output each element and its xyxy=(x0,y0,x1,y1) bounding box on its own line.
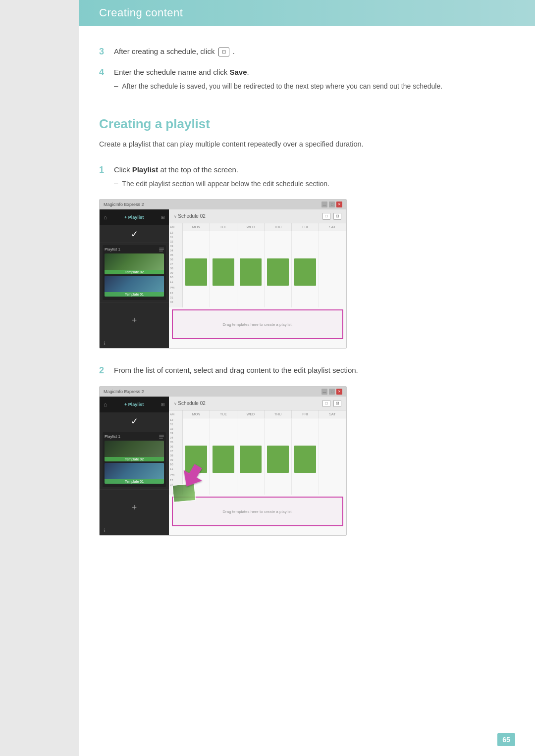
home-icon-1[interactable]: ⌂ xyxy=(104,214,107,221)
plus-icon-1: + xyxy=(132,315,137,326)
hamburger-icon-1[interactable] xyxy=(159,248,164,252)
app-title-1: MagicInfo Express 2 xyxy=(104,202,144,207)
playlist-item-header-2: Playlist 1 xyxy=(105,434,164,439)
checkmark-area-2: ✓ xyxy=(100,412,169,430)
step-4-text: Enter the schedule name and click Save. xyxy=(114,68,249,76)
screenshot-1: MagicInfo Express 2 — □ ✕ ⌂ + Playlist ⊞… xyxy=(99,199,347,349)
section-desc: Create a playlist that can play multiple… xyxy=(99,139,505,150)
content-area: 3 After creating a schedule, click ⊡ . 4… xyxy=(0,26,535,581)
day-tue-1 xyxy=(210,231,237,307)
day-columns-1: MON TUE WED THU FRI SAT xyxy=(183,223,346,307)
playlist-dropzone-2[interactable]: Drag templates here to create a playlist… xyxy=(172,497,343,526)
win-close-2[interactable]: ✕ xyxy=(336,389,342,395)
app-title-2: MagicInfo Express 2 xyxy=(104,389,144,394)
playlist-step-1-content: Click Playlist at the top of the screen.… xyxy=(114,164,505,189)
app-right-header-1: ∨ Schedule 02 □ ⊡ xyxy=(169,209,346,223)
plus-icon-2: + xyxy=(132,503,137,513)
schedule-title-1: ∨ Schedule 02 xyxy=(174,213,206,219)
step-3-number: 3 xyxy=(99,47,114,57)
playlist-step-2-row: 2 From the list of content, select and d… xyxy=(99,364,505,376)
playlist-1-label-2: Playlist 1 xyxy=(105,434,120,439)
day-headers-1: MON TUE WED THU FRI SAT xyxy=(183,223,346,231)
playlist-item-header-1: Playlist 1 xyxy=(105,247,164,252)
win-maximize-2[interactable]: □ xyxy=(329,389,335,395)
right-icon-btn-1b[interactable]: ⊡ xyxy=(333,213,341,220)
win-controls-1: — □ ✕ xyxy=(321,202,342,207)
svg-marker-0 xyxy=(179,463,208,492)
app-window-chrome-1: MagicInfo Express 2 — □ ✕ xyxy=(100,200,346,209)
checkmark-area-1: ✓ xyxy=(100,225,169,243)
header-bar: Creating content xyxy=(0,0,535,26)
app-body-1: ⌂ + Playlist ⊞ ✓ Playlist 1 xyxy=(100,209,346,348)
template-02-thumb-1[interactable]: Template 02 xyxy=(105,253,164,274)
add-btn-1[interactable]: + xyxy=(100,302,169,339)
screenshot-2: MagicInfo Express 2 — □ ✕ ⌂ + Playlist ⊞… xyxy=(99,386,347,536)
app-window-chrome-2: MagicInfo Express 2 — □ ✕ xyxy=(100,387,346,397)
playlist-btn-2[interactable]: + Playlist xyxy=(124,402,144,407)
checkmark-icon-2: ✓ xyxy=(131,416,138,427)
step-4-sub-text: After the schedule is saved, you will be… xyxy=(122,81,442,92)
win-close-1[interactable]: ✕ xyxy=(336,202,342,207)
right-icon-btn-2b[interactable]: ⊡ xyxy=(333,400,341,407)
template-01-label-2: Template 01 xyxy=(105,479,164,484)
day-grid-1 xyxy=(183,231,346,307)
playlist-step-1-text: Click Playlist at the top of the screen. xyxy=(114,165,238,174)
template-01-label-1: Template 01 xyxy=(105,292,164,297)
drag-arrow-icon xyxy=(179,463,209,493)
home-icon-2[interactable]: ⌂ xyxy=(104,401,107,408)
list-icon-2[interactable]: ⊞ xyxy=(161,402,165,407)
playlist-btn-1[interactable]: + Playlist xyxy=(124,215,144,220)
day-tue-2 xyxy=(210,418,237,495)
playlist-step-1-row: 1 Click Playlist at the top of the scree… xyxy=(99,164,505,189)
add-btn-2[interactable]: + xyxy=(100,489,169,526)
day-sat-2 xyxy=(319,418,346,495)
step-4-row: 4 Enter the schedule name and click Save… xyxy=(99,66,505,92)
step-4-number: 4 xyxy=(99,67,114,78)
drag-hint-1: Drag templates here to create a playlist… xyxy=(222,322,292,327)
day-fri-1 xyxy=(292,231,319,307)
app-left-header-2: ⌂ + Playlist ⊞ xyxy=(100,397,169,412)
win-minimize-2[interactable]: — xyxy=(321,389,327,395)
playlist-1-label: Playlist 1 xyxy=(105,247,120,252)
template-01-thumb-2[interactable]: Template 01 xyxy=(105,463,164,484)
template-01-thumb-1[interactable]: Template 01 xyxy=(105,276,164,297)
step-4-sub: – After the schedule is saved, you will … xyxy=(114,81,505,92)
step-3-text: After creating a schedule, click ⊡ . xyxy=(114,47,235,55)
day-fri-2 xyxy=(292,418,319,495)
template-02-label-2: Template 02 xyxy=(105,457,164,461)
day-mon-1 xyxy=(183,231,210,307)
right-icon-btn-1a[interactable]: □ xyxy=(322,213,330,220)
day-wed-1 xyxy=(237,231,265,307)
step-4-content: Enter the schedule name and click Save. … xyxy=(114,66,505,92)
playlist-step-2-text: From the list of content, select and dra… xyxy=(114,366,358,374)
playlist-step-1-sub-text: The edit playlist section will appear be… xyxy=(122,179,329,189)
right-icon-btn-2a[interactable]: □ xyxy=(322,400,330,407)
schedule-title-2: ∨ Schedule 02 xyxy=(174,401,206,406)
win-maximize-1[interactable]: □ xyxy=(329,202,335,207)
page-header-title: Creating content xyxy=(99,6,183,19)
step-3-content: After creating a schedule, click ⊡ . xyxy=(114,46,505,57)
playlist-dropzone-1[interactable]: Drag templates here to create a playlist… xyxy=(172,309,343,339)
template-02-thumb-2[interactable]: Template 02 xyxy=(105,441,164,461)
template-02-label-1: Template 02 xyxy=(105,270,164,274)
hamburger-icon-2[interactable] xyxy=(159,435,164,439)
section-heading: Creating a playlist xyxy=(99,116,505,132)
app-body-2: ⌂ + Playlist ⊞ ✓ Playlist 1 xyxy=(100,397,346,535)
time-column-1: AM 12 01 02 03 04 05 06 07 08 09 10 xyxy=(169,223,183,307)
list-icon-1[interactable]: ⊞ xyxy=(161,215,165,220)
playlist-item-1[interactable]: Playlist 1 Template 02 xyxy=(103,245,166,300)
playlist-item-2[interactable]: Playlist 1 Template 02 xyxy=(103,432,166,487)
app-left-panel-2: ⌂ + Playlist ⊞ ✓ Playlist 1 xyxy=(100,397,169,535)
page-number: 65 xyxy=(497,733,515,746)
checkmark-icon-1: ✓ xyxy=(131,229,138,240)
day-wed-2 xyxy=(237,418,265,495)
calendar-area-1: AM 12 01 02 03 04 05 06 07 08 09 10 xyxy=(169,223,346,348)
calendar-grid-1: AM 12 01 02 03 04 05 06 07 08 09 10 xyxy=(169,223,346,307)
day-headers-2: MON TUE WED THU FRI SAT xyxy=(183,410,346,418)
app-left-header-1: ⌂ + Playlist ⊞ xyxy=(100,209,169,225)
win-minimize-1[interactable]: — xyxy=(321,202,327,207)
info-icon-2[interactable]: ℹ xyxy=(100,526,169,535)
playlist-step-1-sub: – The edit playlist section will appear … xyxy=(114,179,505,189)
day-thu-1 xyxy=(265,231,292,307)
info-icon-1[interactable]: ℹ xyxy=(100,339,169,348)
